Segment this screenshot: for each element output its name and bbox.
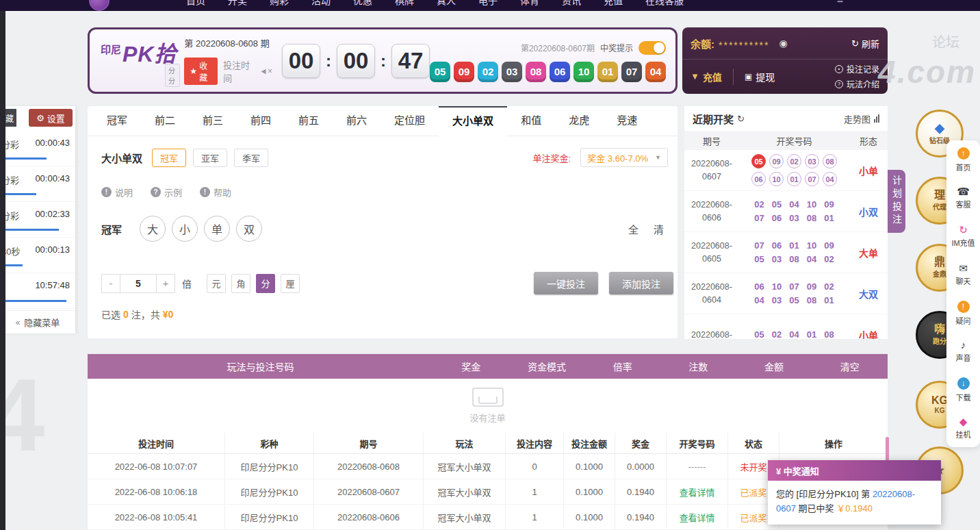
game-name-main: PK拾	[122, 36, 177, 68]
position-button[interactable]: 季军	[234, 149, 268, 167]
疑问-icon: !	[957, 301, 970, 313]
draw-number: 06	[772, 213, 782, 223]
helper-link[interactable]: !说明	[101, 186, 133, 199]
float-item-下载[interactable]: ↓下载	[946, 370, 980, 409]
nav-item[interactable]: 棋牌	[395, 0, 414, 7]
nav-item[interactable]: 开奖	[228, 0, 247, 7]
helper-link[interactable]: !帮助	[200, 186, 231, 199]
play-intro-link[interactable]: ?玩法介绍	[835, 78, 879, 90]
settings-button[interactable]: ⚙ 设置	[29, 109, 73, 127]
tab-5[interactable]: 前五	[285, 106, 333, 136]
helper-link[interactable]: ?示例	[151, 186, 182, 199]
lottery-item[interactable]: 10:57:48	[0, 273, 75, 309]
amount-minus-button[interactable]: -	[101, 274, 120, 293]
lottery-countdown: 00:00:43	[35, 138, 70, 148]
tab-3[interactable]: 前三	[189, 106, 237, 136]
nav-item[interactable]: 资讯	[562, 0, 581, 7]
lottery-item[interactable]: 30秒00:00:13	[0, 238, 75, 273]
bonus-select[interactable]: 奖金 3.60-7.0% ▼	[580, 148, 668, 167]
nav-item[interactable]: 充值	[604, 0, 623, 7]
withdraw-button[interactable]: ▣提现	[745, 70, 775, 84]
bet-option[interactable]: 小	[172, 216, 198, 242]
mute-icon[interactable]: ◄×	[259, 66, 272, 76]
unit-button[interactable]: 角	[231, 274, 250, 293]
draw-ball: 10	[769, 172, 784, 186]
menu-icon[interactable]: ≡	[837, 0, 843, 6]
tab-6[interactable]: 前六	[333, 106, 381, 136]
nav-item[interactable]: 电子	[478, 0, 498, 7]
float-item-声音[interactable]: ♪声音	[946, 332, 980, 370]
nav-item[interactable]: 首页	[186, 0, 205, 7]
settings-label: 设置	[47, 112, 65, 125]
issue-line: 0606	[702, 213, 721, 223]
trend-chart-link[interactable]: 走势图	[844, 112, 879, 125]
nav-item[interactable]: 在线客服	[645, 0, 684, 7]
brand-logo-icon[interactable]	[89, 0, 109, 11]
draw-number: 01	[824, 295, 834, 305]
bet-row-label: 冠军	[101, 222, 140, 236]
position-button[interactable]: 冠军	[152, 149, 186, 167]
float-item-聊天[interactable]: ✉聊天	[946, 255, 980, 294]
refresh-icon[interactable]: ↻	[737, 114, 745, 124]
recharge-button[interactable]: ▼充值	[691, 70, 722, 84]
bet-record-link[interactable]: •投注记录	[835, 63, 879, 75]
selected-count: 0	[123, 309, 129, 320]
lottery-item[interactable]: 分彩00:00:43	[0, 166, 75, 202]
draw-number: 04	[789, 329, 799, 339]
unit-button[interactable]: 厘	[281, 274, 300, 293]
tab-1[interactable]: 冠军	[93, 106, 141, 136]
amount-value[interactable]: 5	[120, 274, 156, 293]
tab-2[interactable]: 前二	[141, 106, 189, 136]
issue-line: 0604	[702, 295, 721, 305]
slip-column[interactable]: 清空	[812, 359, 888, 373]
win-tip-label: 中奖提示	[600, 42, 633, 53]
tab-8[interactable]: 大小单双	[439, 106, 507, 136]
notify-title[interactable]: ¥ 中奖通知	[768, 460, 941, 481]
lottery-item[interactable]: 分彩00:00:43	[0, 131, 75, 166]
unit-button[interactable]: 元	[207, 274, 226, 293]
bet-option[interactable]: 单	[204, 216, 230, 242]
last-result-issue: 第20220608-0607期	[521, 42, 595, 53]
float-item-疑问[interactable]: !疑问	[946, 294, 980, 332]
left-edge-strip	[0, 11, 5, 530]
orders-header-cell: 投注时间	[88, 433, 224, 453]
tab-9[interactable]: 和值	[507, 106, 555, 136]
float-item-挂机[interactable]: ◆挂机	[946, 409, 980, 447]
nav-item[interactable]: 真人	[437, 0, 456, 7]
quick-bet-button[interactable]: 一键投注	[534, 272, 598, 294]
tab-4[interactable]: 前四	[237, 106, 285, 136]
plan-bet-tab[interactable]: 计划投注	[888, 170, 905, 233]
nav-item[interactable]: 优惠	[353, 0, 372, 7]
refresh-button[interactable]: ↻刷新	[851, 37, 879, 50]
lottery-item[interactable]: 分彩00:02:33	[0, 202, 75, 238]
position-button[interactable]: 亚军	[193, 149, 227, 167]
nav-item[interactable]: 活动	[311, 0, 331, 7]
tab-11[interactable]: 竞速	[603, 106, 651, 136]
eye-icon[interactable]: ◉	[779, 38, 787, 49]
clear-button[interactable]: 清	[654, 222, 664, 236]
hide-menu-button[interactable]: « 隐藏菜单	[0, 310, 75, 333]
bet-slip-header: 玩法与投注号码奖金资金模式倍率注数金额清空	[88, 354, 888, 379]
selected-mid: 注，共	[131, 307, 160, 321]
客服-icon: ☎	[957, 186, 970, 197]
float-item-客服[interactable]: ☎客服	[946, 179, 980, 217]
draw-ball: 04	[823, 172, 837, 186]
tab-7[interactable]: 定位胆	[381, 106, 439, 136]
add-bet-button[interactable]: 添加投注	[609, 272, 673, 294]
float-item-IM充值[interactable]: ↻IM充值	[946, 217, 980, 255]
float-item-首页[interactable]: ↑首页	[946, 140, 980, 179]
nav-item[interactable]: 体育	[520, 0, 539, 7]
favorite-button[interactable]: ★收藏	[184, 58, 218, 85]
nav-item[interactable]: 购彩	[270, 0, 289, 7]
bet-option[interactable]: 大	[140, 216, 166, 242]
bet-option[interactable]: 双	[236, 216, 262, 242]
unit-button[interactable]: 分	[256, 274, 275, 293]
recent-draw-row: 20220608-060602050410090706030801小双	[684, 191, 888, 232]
select-all-button[interactable]: 全	[628, 222, 639, 236]
draw-detail-link[interactable]: 查看详情	[666, 479, 727, 504]
draw-detail-link[interactable]: 查看详情	[666, 505, 727, 529]
position-buttons: 冠军亚军季军	[152, 149, 268, 167]
amount-plus-button[interactable]: +	[156, 274, 175, 293]
tab-10[interactable]: 龙虎	[555, 106, 603, 136]
win-tip-toggle[interactable]	[639, 41, 666, 55]
